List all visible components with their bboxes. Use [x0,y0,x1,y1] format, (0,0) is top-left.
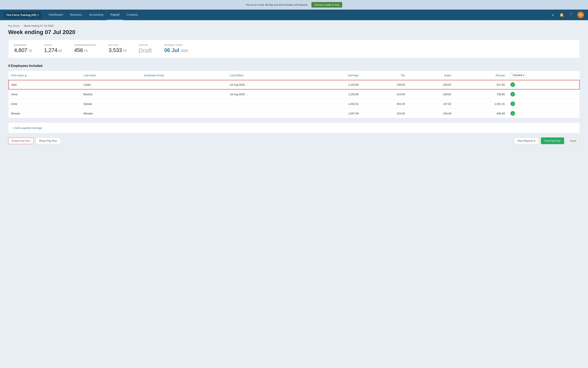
table-row[interactable]: Adol Lester 14 Aug 2020 … 1,153.85 236.0… [8,80,580,90]
nav-actions: ＋ 🔔 ❓ CC [550,12,584,18]
cell-last-edited [227,99,307,109]
cell-super: 109.62 [408,90,454,99]
status-label: Status [139,44,152,46]
delete-pay-run-button[interactable]: Delete Pay Run [8,138,34,144]
post-pay-run-button[interactable]: Post Pay Run [541,138,564,144]
cell-last-edited: 14 Aug 2020 … [227,90,307,99]
page-title: Week ending 07 Jul 2020 [8,29,580,36]
cell-last-name: Beverly [81,90,141,99]
reset-pay-run-button[interactable]: Reset Pay Run [36,138,60,144]
check-circle-icon: ✓ [511,82,515,87]
col-tax[interactable]: Tax [361,71,408,80]
col-last-name[interactable]: Last name [81,71,141,80]
taxes-label: Taxes [44,44,62,46]
taxes-value: 1,274.00 [44,47,62,53]
cell-super: 100.48 [408,109,454,118]
payment-date-label: Payment Date [164,44,188,46]
breadcrumb-separator: › [21,24,22,27]
payment-date-year: 2020 [181,49,188,53]
breadcrumb-current: Week ending 07 Jul 2020 [24,24,54,27]
nav-accounting[interactable]: Accounting [85,10,107,20]
breadcrumb: Pay Runs › Week ending 07 Jul 2020 [8,24,580,27]
super-cents: .74 [83,49,87,53]
employees-table: First name ▲ Last name Employee Group La… [8,71,580,118]
cell-last-edited [227,109,307,118]
bell-icon[interactable]: 🔔 [559,12,565,18]
nav-brand[interactable]: Fire Force Training (XP) ▾ [4,12,41,18]
cell-employee-group [141,80,227,90]
cell-last-name: Morales [81,109,141,118]
col-first-name[interactable]: First name ▲ [8,71,81,80]
chevron-down-icon: ▾ [38,14,39,16]
nav-dashboard[interactable]: Dashboard [45,10,67,20]
col-net-pay[interactable]: Net pay [454,71,508,80]
status-value: Draft [139,47,152,54]
nav-payroll[interactable]: Payroll [107,10,123,20]
cell-first-name: Adol [8,80,81,90]
cell-tax: 401.00 [361,99,408,109]
summary-card: Earnings 4,807.70 Taxes 1,274.00 Superan… [8,40,580,58]
check-circle-icon: ✓ [511,92,515,96]
netpay-whole: 3,533 [109,47,122,53]
cell-included-check: ✓ [508,90,580,99]
cell-earnings: 1,153.85 [307,90,362,99]
check-circle-icon: ✓ [511,101,515,106]
taxes-whole: 1,274 [44,47,57,53]
summary-super: Superannuation 456.74 [74,44,96,54]
add-payslip-message-link[interactable]: + Add a payslip message [12,126,42,129]
cell-employee-group [141,109,227,118]
earnings-whole: 4,807 [14,47,27,53]
netpay-label: Net Pay [109,44,126,46]
summary-status: Status Draft [139,44,152,54]
view-reports-button[interactable]: View Reports ▾ [514,138,539,144]
summary-taxes: Taxes 1,274.00 [44,44,62,54]
help-icon[interactable]: ❓ [568,12,574,18]
cell-included-check: ✓ [508,80,580,90]
cell-first-name: Ashe [8,99,81,109]
cell-earnings: 1,057.69 [307,109,362,118]
netpay-value: 3,533.70 [109,47,126,53]
choose-plan-button[interactable]: Choose a plan to buy [311,2,342,8]
cell-earnings: 1,153.85 [307,80,362,90]
cell-net-pay: 834.69 [454,109,508,118]
cell-tax: 236.00 [361,80,408,90]
cell-super: 109.62 [408,80,454,90]
breadcrumb-parent[interactable]: Pay Runs [8,24,19,27]
main-content: Pay Runs › Week ending 07 Jul 2020 Week … [0,20,588,368]
cell-employee-group [141,90,227,99]
employees-section-title: 4 Employees Included [8,64,580,68]
table-header: First name ▲ Last name Employee Group La… [8,71,580,80]
nav-business[interactable]: Business [66,10,85,20]
col-included[interactable]: Included ▾ [508,71,580,80]
cell-net-pay: 739.85 [454,90,508,99]
dropdown-arrow-icon: ▾ [534,139,535,142]
add-icon[interactable]: ＋ [550,12,555,18]
cell-tax: 414.00 [361,90,408,99]
close-button[interactable]: Close [566,138,580,144]
table-row[interactable]: Brenda Morales 1,057.69 223.00 100.48 83… [8,109,580,118]
summary-netpay: Net Pay 3,533.70 [109,44,126,54]
cell-tax: 223.00 [361,109,408,118]
nav-brand-label: Fire Force Training (XP) [7,13,37,17]
table-row[interactable]: Ashe Sylvian 1,442.31 401.00 137.02 1,04… [8,99,580,109]
col-employee-group[interactable]: Employee Group [141,71,227,80]
nav-contacts[interactable]: Contacts [123,10,141,20]
cell-net-pay: 1,041.31 [454,99,508,109]
cell-included-check: ✓ [508,99,580,109]
included-filter-button[interactable]: Included ▾ [511,73,526,78]
message-box: + Add a payslip message [8,122,580,133]
view-reports-label: View Reports [517,139,533,142]
earnings-value: 4,807.70 [14,47,32,53]
cell-earnings: 1,442.31 [307,99,362,109]
payment-date-day: 06 Jul [164,47,179,53]
cell-employee-group [141,99,227,109]
col-earnings[interactable]: Earnings [307,71,362,80]
cell-first-name: Brenda [8,109,81,118]
avatar[interactable]: CC [577,12,584,18]
table-row[interactable]: Anna Beverly 14 Aug 2020 … 1,153.85 414.… [8,90,580,99]
cell-net-pay: 917.85 [454,80,508,90]
cell-super: 137.02 [408,99,454,109]
summary-earnings: Earnings 4,807.70 [14,44,32,54]
col-last-edited[interactable]: Last Edited [227,71,307,80]
col-super[interactable]: Super [408,71,454,80]
